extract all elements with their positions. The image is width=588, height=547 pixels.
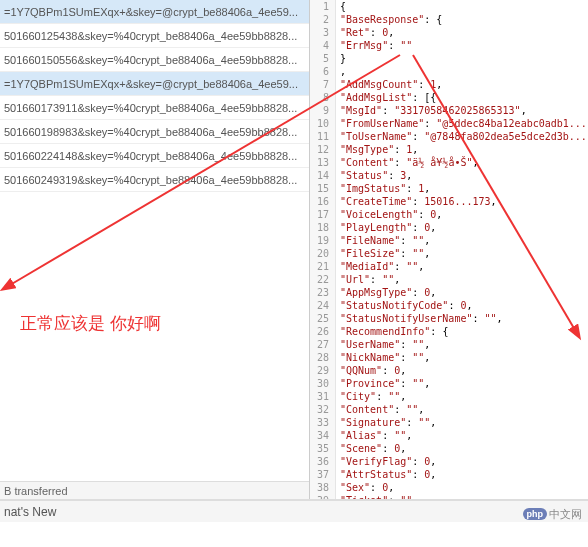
line-number: 27	[310, 338, 336, 351]
line-number: 21	[310, 260, 336, 273]
code-line: 2"BaseResponse": {	[310, 13, 588, 26]
code-line: 25"StatusNotifyUserName": "",	[310, 312, 588, 325]
line-number: 19	[310, 234, 336, 247]
code-content: "ErrMsg": ""	[336, 39, 412, 52]
code-line: 3"Ret": 0,	[310, 26, 588, 39]
line-number: 18	[310, 221, 336, 234]
code-line: 23"AppMsgType": 0,	[310, 286, 588, 299]
annotation-text: 正常应该是 你好啊	[20, 310, 161, 337]
transferred-status: B transferred	[0, 481, 309, 499]
line-number: 9	[310, 104, 336, 117]
code-content: "VerifyFlag": 0,	[336, 455, 436, 468]
code-content: "Scene": 0,	[336, 442, 406, 455]
request-row[interactable]: 501660125438&skey=%40crypt_be88406a_4ee5…	[0, 24, 309, 48]
line-number: 10	[310, 117, 336, 130]
code-line: 34"Alias": "",	[310, 429, 588, 442]
code-content: "AddMsgList": [{	[336, 91, 436, 104]
line-number: 22	[310, 273, 336, 286]
code-content: "UserName": "",	[336, 338, 430, 351]
code-line: 15"ImgStatus": 1,	[310, 182, 588, 195]
line-number: 24	[310, 299, 336, 312]
json-code-view[interactable]: 1{2"BaseResponse": {3"Ret": 0,4"ErrMsg":…	[310, 0, 588, 499]
code-line: 31"City": "",	[310, 390, 588, 403]
line-number: 28	[310, 351, 336, 364]
code-content: "Url": "",	[336, 273, 400, 286]
request-row[interactable]: =1Y7QBPm1SUmEXqx+&skey=@crypt_be88406a_4…	[0, 72, 309, 96]
code-content: "Content": "",	[336, 403, 424, 416]
response-json-panel: 1{2"BaseResponse": {3"Ret": 0,4"ErrMsg":…	[310, 0, 588, 499]
line-number: 25	[310, 312, 336, 325]
php-badge: php	[523, 508, 548, 520]
line-number: 3	[310, 26, 336, 39]
code-line: 6,	[310, 65, 588, 78]
code-line: 8"AddMsgList": [{	[310, 91, 588, 104]
code-content: "Ticket": "",	[336, 494, 418, 499]
request-row[interactable]: 501660173911&skey=%40crypt_be88406a_4ee5…	[0, 96, 309, 120]
code-content: "FileSize": "",	[336, 247, 430, 260]
request-row[interactable]: =1Y7QBPm1SUmEXqx+&skey=@crypt_be88406a_4…	[0, 0, 309, 24]
request-list-panel: =1Y7QBPm1SUmEXqx+&skey=@crypt_be88406a_4…	[0, 0, 310, 499]
code-line: 5}	[310, 52, 588, 65]
code-content: "Alias": "",	[336, 429, 412, 442]
code-content: "PlayLength": 0,	[336, 221, 436, 234]
watermark-logo: php 中文网	[523, 503, 583, 525]
code-line: 32"Content": "",	[310, 403, 588, 416]
code-line: 13"Content": "ä½ å¥½å•Š",	[310, 156, 588, 169]
request-row[interactable]: 501660198983&skey=%40crypt_be88406a_4ee5…	[0, 120, 309, 144]
line-number: 1	[310, 0, 336, 13]
line-number: 30	[310, 377, 336, 390]
whats-new-tab[interactable]: nat's New	[0, 500, 588, 522]
code-content: "AddMsgCount": 1,	[336, 78, 442, 91]
code-content: "FileName": "",	[336, 234, 430, 247]
line-number: 33	[310, 416, 336, 429]
code-line: 17"VoiceLength": 0,	[310, 208, 588, 221]
code-line: 1{	[310, 0, 588, 13]
request-row[interactable]: 501660224148&skey=%40crypt_be88406a_4ee5…	[0, 144, 309, 168]
code-content: "QQNum": 0,	[336, 364, 406, 377]
code-line: 35"Scene": 0,	[310, 442, 588, 455]
code-line: 16"CreateTime": 15016...173,	[310, 195, 588, 208]
code-content: "City": "",	[336, 390, 406, 403]
code-content: ,	[336, 65, 346, 78]
line-number: 34	[310, 429, 336, 442]
code-content: "RecommendInfo": {	[336, 325, 448, 338]
code-line: 22"Url": "",	[310, 273, 588, 286]
code-content: "ImgStatus": 1,	[336, 182, 430, 195]
line-number: 32	[310, 403, 336, 416]
line-number: 5	[310, 52, 336, 65]
code-content: "Status": 3,	[336, 169, 412, 182]
line-number: 2	[310, 13, 336, 26]
code-content: "FromUserName": "@5ddec84ba12eabc0adb1..…	[336, 117, 587, 130]
code-line: 37"AttrStatus": 0,	[310, 468, 588, 481]
code-content: "Content": "ä½ å¥½å•Š",	[336, 156, 479, 169]
code-line: 20"FileSize": "",	[310, 247, 588, 260]
code-content: "Ret": 0,	[336, 26, 394, 39]
line-number: 16	[310, 195, 336, 208]
code-content: "CreateTime": 15016...173,	[336, 195, 497, 208]
code-content: "AttrStatus": 0,	[336, 468, 436, 481]
line-number: 23	[310, 286, 336, 299]
code-content: "NickName": "",	[336, 351, 430, 364]
code-content: "VoiceLength": 0,	[336, 208, 442, 221]
code-line: 7"AddMsgCount": 1,	[310, 78, 588, 91]
line-number: 11	[310, 130, 336, 143]
code-content: "MediaId": "",	[336, 260, 424, 273]
line-number: 31	[310, 390, 336, 403]
request-row[interactable]: 501660150556&skey=%40crypt_be88406a_4ee5…	[0, 48, 309, 72]
code-line: 38"Sex": 0,	[310, 481, 588, 494]
code-line: 33"Signature": "",	[310, 416, 588, 429]
code-content: "MsgType": 1,	[336, 143, 418, 156]
line-number: 14	[310, 169, 336, 182]
code-content: "BaseResponse": {	[336, 13, 442, 26]
request-row[interactable]: 501660249319&skey=%40crypt_be88406a_4ee5…	[0, 168, 309, 192]
line-number: 20	[310, 247, 336, 260]
line-number: 13	[310, 156, 336, 169]
line-number: 8	[310, 91, 336, 104]
code-content: }	[336, 52, 346, 65]
code-line: 39"Ticket": "",	[310, 494, 588, 499]
line-number: 35	[310, 442, 336, 455]
code-line: 10"FromUserName": "@5ddec84ba12eabc0adb1…	[310, 117, 588, 130]
code-line: 27"UserName": "",	[310, 338, 588, 351]
code-line: 24"StatusNotifyCode": 0,	[310, 299, 588, 312]
code-content: "StatusNotifyUserName": "",	[336, 312, 503, 325]
